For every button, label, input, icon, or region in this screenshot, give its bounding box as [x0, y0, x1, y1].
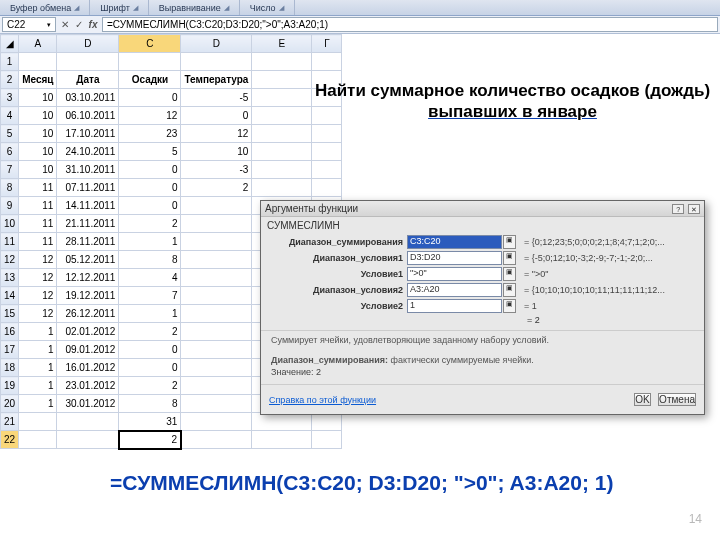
arg-input[interactable]: A3:A20: [407, 283, 502, 297]
cell[interactable]: 26.12.2011: [57, 305, 119, 323]
row-header[interactable]: 12: [1, 251, 19, 269]
row-header[interactable]: 4: [1, 107, 19, 125]
arg-input[interactable]: C3:C20: [407, 235, 502, 249]
cell[interactable]: 05.12.2011: [57, 251, 119, 269]
row-header[interactable]: 10: [1, 215, 19, 233]
col-header[interactable]: Г: [312, 35, 342, 53]
cell[interactable]: [181, 233, 252, 251]
cell[interactable]: 0: [119, 359, 181, 377]
row-header[interactable]: 20: [1, 395, 19, 413]
cell[interactable]: 31: [119, 413, 181, 431]
cell[interactable]: 0: [181, 107, 252, 125]
cell[interactable]: 2: [119, 215, 181, 233]
active-cell[interactable]: 2: [119, 431, 181, 449]
row-header[interactable]: 3: [1, 89, 19, 107]
cell[interactable]: 12.12.2011: [57, 269, 119, 287]
cell[interactable]: 2: [181, 179, 252, 197]
help-icon[interactable]: ?: [672, 204, 684, 214]
row-header[interactable]: 9: [1, 197, 19, 215]
cell[interactable]: 0: [119, 341, 181, 359]
cell[interactable]: [181, 287, 252, 305]
cell[interactable]: 0: [119, 197, 181, 215]
cell[interactable]: [181, 269, 252, 287]
cell[interactable]: [181, 197, 252, 215]
cell[interactable]: 14.11.2011: [57, 197, 119, 215]
cell[interactable]: 1: [19, 377, 57, 395]
cell[interactable]: 12: [181, 125, 252, 143]
row-header[interactable]: 22: [1, 431, 19, 449]
cell[interactable]: [181, 377, 252, 395]
cell[interactable]: 10: [19, 89, 57, 107]
cell[interactable]: 28.11.2011: [57, 233, 119, 251]
cell[interactable]: 17.10.2011: [57, 125, 119, 143]
cell[interactable]: Месяц: [19, 71, 57, 89]
ok-button[interactable]: OK: [634, 393, 650, 406]
popout-icon[interactable]: ◢: [279, 4, 284, 12]
row-header[interactable]: 18: [1, 359, 19, 377]
range-picker-icon[interactable]: ▣: [503, 235, 516, 249]
row-header[interactable]: 7: [1, 161, 19, 179]
range-picker-icon[interactable]: ▣: [503, 267, 516, 281]
cell[interactable]: Дата: [57, 71, 119, 89]
cell[interactable]: 10: [19, 143, 57, 161]
cell[interactable]: -3: [181, 161, 252, 179]
cell[interactable]: 2: [119, 323, 181, 341]
accept-formula-icon[interactable]: ✓: [72, 19, 86, 30]
cell[interactable]: 0: [119, 89, 181, 107]
range-picker-icon[interactable]: ▣: [503, 299, 516, 313]
close-icon[interactable]: ✕: [688, 204, 700, 214]
col-header[interactable]: A: [19, 35, 57, 53]
cancel-formula-icon[interactable]: ✕: [58, 19, 72, 30]
popout-icon[interactable]: ◢: [224, 4, 229, 12]
cell[interactable]: [181, 359, 252, 377]
row-header[interactable]: 14: [1, 287, 19, 305]
cell[interactable]: 1: [19, 359, 57, 377]
arg-input[interactable]: ">0": [407, 267, 502, 281]
cell[interactable]: Температура: [181, 71, 252, 89]
cell[interactable]: 2: [119, 377, 181, 395]
cancel-button[interactable]: Отмена: [658, 393, 696, 406]
cell[interactable]: 4: [119, 269, 181, 287]
cell[interactable]: 23.01.2012: [57, 377, 119, 395]
cell[interactable]: 12: [19, 251, 57, 269]
col-header[interactable]: D: [57, 35, 119, 53]
cell[interactable]: 09.01.2012: [57, 341, 119, 359]
formula-input[interactable]: =СУММЕСЛИМН(C3:C20;D3:D20;">0";A3:A20;1): [102, 17, 718, 32]
cell[interactable]: 12: [19, 269, 57, 287]
fx-icon[interactable]: fx: [86, 19, 100, 30]
cell[interactable]: [181, 341, 252, 359]
cell[interactable]: 5: [119, 143, 181, 161]
cell[interactable]: [181, 215, 252, 233]
cell[interactable]: 8: [119, 395, 181, 413]
cell[interactable]: 0: [119, 161, 181, 179]
cell[interactable]: [181, 251, 252, 269]
dialog-titlebar[interactable]: Аргументы функции ? ✕: [261, 201, 704, 217]
cell[interactable]: 23: [119, 125, 181, 143]
cell[interactable]: 12: [19, 287, 57, 305]
cell[interactable]: [181, 395, 252, 413]
row-header[interactable]: 5: [1, 125, 19, 143]
cell[interactable]: 11: [19, 197, 57, 215]
cell[interactable]: 1: [19, 341, 57, 359]
ribbon-group-clipboard[interactable]: Буфер обмена◢: [0, 0, 90, 15]
help-link[interactable]: Справка по этой функции: [269, 395, 376, 405]
cell[interactable]: 1: [19, 395, 57, 413]
cell[interactable]: 24.10.2011: [57, 143, 119, 161]
ribbon-group-align[interactable]: Выравнивание◢: [149, 0, 240, 15]
cell[interactable]: 03.10.2011: [57, 89, 119, 107]
cell[interactable]: 12: [19, 305, 57, 323]
row-header[interactable]: 6: [1, 143, 19, 161]
arg-input[interactable]: D3:D20: [407, 251, 502, 265]
row-header[interactable]: 2: [1, 71, 19, 89]
function-arguments-dialog[interactable]: Аргументы функции ? ✕ СУММЕСЛИМН Диапазо…: [260, 200, 705, 415]
cell[interactable]: -5: [181, 89, 252, 107]
cell[interactable]: [181, 323, 252, 341]
row-header[interactable]: 19: [1, 377, 19, 395]
name-box[interactable]: C22▾: [2, 17, 56, 32]
cell[interactable]: 11: [19, 215, 57, 233]
cell[interactable]: 21.11.2011: [57, 215, 119, 233]
col-header[interactable]: D: [181, 35, 252, 53]
cell[interactable]: 07.11.2011: [57, 179, 119, 197]
range-picker-icon[interactable]: ▣: [503, 283, 516, 297]
cell[interactable]: 0: [119, 179, 181, 197]
